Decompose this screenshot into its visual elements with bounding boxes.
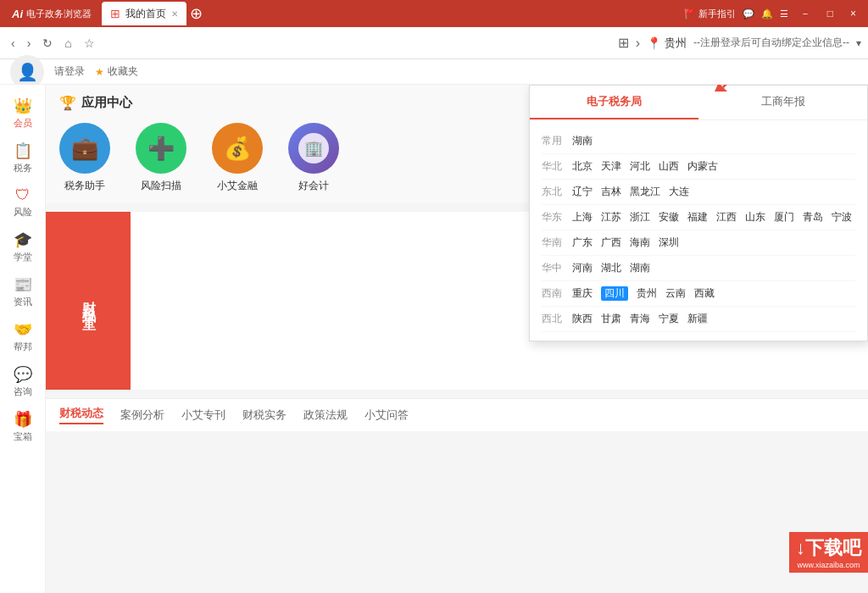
region-jiangxi[interactable]: 江西 [716,210,737,224]
flag-icon: 🚩 [684,8,696,19]
region-dropdown-arrow[interactable]: ▾ [856,37,861,49]
new-tab-button[interactable]: ⊕ [190,4,203,23]
region-shandong[interactable]: 山东 [745,210,765,224]
back-button[interactable]: ‹ [7,33,19,53]
avatar[interactable]: 👤 [10,55,44,89]
dropdown-regions: 常用 湖南 华北 北京 天津 河北 山西 内蒙古 东北 [530,120,867,341]
home-button[interactable]: ⌂ [60,33,75,53]
region-jilin[interactable]: 吉林 [601,185,621,199]
region-ningxia[interactable]: 宁夏 [659,312,679,326]
login-button[interactable]: 请登录 [54,64,85,79]
app-finance[interactable]: 💰 小艾金融 [212,123,263,193]
app-name: 电子政务浏览器 [26,8,92,20]
finance-label: 小艾金融 [217,179,258,193]
accounting-label: 好会计 [298,179,329,193]
sidebar-item-risk[interactable]: 🛡 风险 [1,181,45,224]
finance-icon: 💰 [212,123,263,174]
maximize-button[interactable]: □ [822,6,838,21]
logo-ai: Ai [12,8,23,20]
region-row-common: 常用 湖南 [542,129,855,154]
tab-close-icon[interactable]: ✕ [171,9,178,19]
sidebar-item-news[interactable]: 📰 资讯 [1,270,45,313]
app-accounting[interactable]: 🏢 好会计 [288,123,339,193]
tab-case-analysis[interactable]: 案例分析 [120,407,164,423]
location-pin-icon: 📍 [647,36,661,50]
bookmarks-folder[interactable]: ★ 收藏夹 [95,64,138,79]
region-fujian[interactable]: 福建 [687,210,708,224]
learning-icon: 🎓 [14,230,32,249]
region-liaoning[interactable]: 辽宁 [572,185,593,199]
sidebar-item-gift[interactable]: 🎁 宝箱 [1,405,45,448]
tab-xiaoai-qa[interactable]: 小艾问答 [364,407,409,423]
region-anhui[interactable]: 安徽 [659,210,679,224]
trophy-icon: 🏆 [59,95,76,111]
region-guangxi[interactable]: 广西 [601,236,621,250]
bookmarks-bar: 👤 请登录 ★ 收藏夹 [0,59,868,85]
star-button[interactable]: ☆ [80,33,99,53]
grid-icon[interactable]: ⊞ [618,35,629,51]
watermark: ↓下载吧 www.xiazaiba.com [789,532,868,573]
sidebar-item-tax[interactable]: 📋 税务 [1,136,45,180]
region-xiamen[interactable]: 厦门 [774,210,794,224]
tab-policy[interactable]: 政策法规 [303,407,348,423]
region-hebei[interactable]: 河北 [630,159,650,174]
region-hubei[interactable]: 湖北 [601,261,621,275]
sidebar-label-learning: 学堂 [14,251,32,263]
region-jiangsu[interactable]: 江苏 [601,210,621,224]
region-hainan[interactable]: 海南 [630,236,650,250]
dropdown-tab-tax[interactable]: 电子税务局 [530,86,698,119]
app-tax-assistant[interactable]: 💼 税务助手 [59,123,110,193]
sidebar-label-news: 资讯 [14,296,32,308]
region-xizang[interactable]: 西藏 [694,286,715,301]
message-icon[interactable]: 💬 [743,8,754,19]
region-gansu[interactable]: 甘肃 [601,312,621,326]
menu-icon[interactable]: ☰ [780,8,788,19]
region-chongqing[interactable]: 重庆 [572,286,593,301]
region-row-north: 华北 北京 天津 河北 山西 内蒙古 [542,154,855,180]
region-shaanxi[interactable]: 陕西 [572,312,593,326]
region-guangdong[interactable]: 广东 [572,236,593,250]
region-guizhou[interactable]: 贵州 [637,286,657,301]
refresh-button[interactable]: ↻ [38,33,57,53]
tab-home[interactable]: ⊞ 我的首页 ✕ [102,2,186,25]
app-risk-scan[interactable]: ➕ 风险扫描 [136,123,186,193]
tab-tax-practice[interactable]: 财税实务 [242,407,287,423]
region-hunan-common[interactable]: 湖南 [572,134,593,148]
region-hunan[interactable]: 湖南 [630,261,650,275]
minimize-button[interactable]: － [795,5,815,23]
region-shanxi[interactable]: 山西 [659,159,679,174]
region-shenzhen[interactable]: 深圳 [659,236,679,250]
tab-xiaoai-special[interactable]: 小艾专刊 [181,407,225,423]
sidebar-item-member[interactable]: 👑 会员 [1,91,45,135]
region-xinjiang[interactable]: 新疆 [687,312,708,326]
shield-icon: 🛡 [15,186,31,204]
region-qingdao[interactable]: 青岛 [803,210,823,224]
tab-finance-news[interactable]: 财税动态 [59,406,103,424]
region-ningbo[interactable]: 宁波 [832,210,852,224]
new-guide-button[interactable]: 🚩 新手指引 [684,8,736,20]
share-icon[interactable]: 🔔 [761,8,773,19]
sidebar-label-help: 帮邦 [14,341,32,353]
region-zhejiang[interactable]: 浙江 [630,210,650,224]
region-dalian[interactable]: 大连 [669,185,689,199]
sidebar-item-help[interactable]: 🤝 帮邦 [1,315,45,358]
sidebar-item-consult[interactable]: 💬 咨询 [1,360,45,403]
more-icon[interactable]: › [636,36,640,51]
region-shanghai[interactable]: 上海 [572,210,593,224]
close-button[interactable]: × [845,6,861,21]
region-sichuan[interactable]: 四川 [601,286,628,301]
region-neimenggu[interactable]: 内蒙古 [687,159,718,174]
tax-learning-text: 财税学堂 [80,291,97,311]
region-tianjin[interactable]: 天津 [601,159,621,174]
forward-button[interactable]: › [23,33,36,53]
region-beijing[interactable]: 北京 [572,159,593,174]
sidebar-item-learning[interactable]: 🎓 学堂 [1,225,45,269]
region-qinghai[interactable]: 青海 [630,312,650,326]
region-heilongjiang[interactable]: 黑龙江 [630,185,660,199]
fav-label: 收藏夹 [108,64,138,79]
region-yunnan[interactable]: 云南 [665,286,686,301]
region-henan[interactable]: 河南 [572,261,593,275]
location-selector[interactable]: 📍 贵州 [647,36,687,51]
dropdown-tab-business[interactable]: 工商年报 [698,86,867,119]
register-hint[interactable]: --注册登录后可自动绑定企业信息-- [693,36,849,50]
